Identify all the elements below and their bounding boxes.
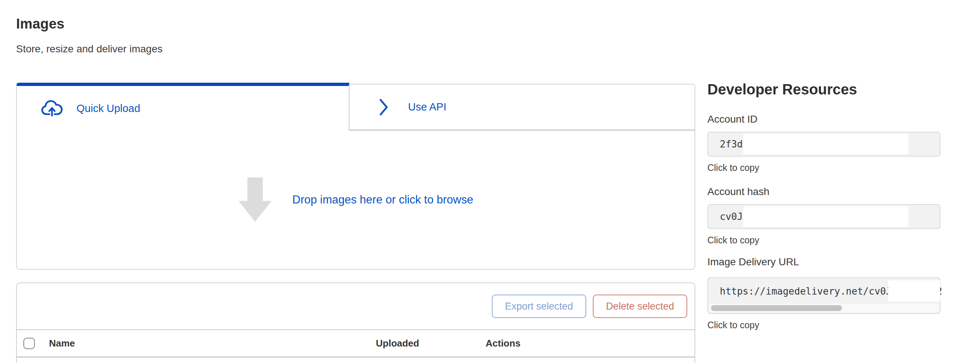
image-delivery-url-field[interactable]: https://imagedelivery.net/cv0JSj 2 — [707, 277, 940, 314]
account-hash-copy-hint: Click to copy — [707, 235, 759, 245]
main-column: Images Store, resize and deliver images … — [16, 0, 695, 363]
select-all-checkbox[interactable] — [24, 338, 35, 349]
cloud-upload-icon — [40, 99, 64, 118]
chevron-right-icon — [378, 97, 389, 117]
account-hash-value: cv0J — [720, 211, 743, 222]
tab-quick-upload[interactable]: Quick Upload — [16, 83, 350, 131]
developer-resources-heading: Developer Resources — [707, 81, 857, 98]
account-hash-redaction-overlay — [743, 206, 908, 227]
column-header-name: Name — [49, 338, 376, 349]
account-hash-label: Account hash — [707, 186, 770, 197]
tab-use-api[interactable]: Use API — [350, 84, 695, 131]
account-hash-field[interactable]: cv0J — [707, 204, 940, 229]
dropzone-label: Drop images here or click to browse — [293, 193, 473, 206]
export-selected-button[interactable]: Export selected — [492, 295, 586, 318]
delete-selected-button[interactable]: Delete selected — [593, 295, 687, 318]
image-delivery-url-redaction-overlay — [888, 280, 940, 301]
table-header-row: Name Uploaded Actions — [17, 330, 695, 358]
developer-resources-panel: Developer Resources Account ID 2f3d Clic… — [707, 0, 949, 363]
arrow-down-icon — [238, 177, 272, 222]
url-field-scrollbar-thumb[interactable] — [711, 305, 842, 311]
tab-use-api-label: Use API — [408, 101, 447, 113]
tab-quick-upload-label: Quick Upload — [76, 102, 140, 115]
column-header-uploaded: Uploaded — [376, 338, 485, 349]
account-id-redaction-overlay — [743, 134, 908, 154]
images-table-card: Export selected Delete selected Name Upl… — [16, 282, 695, 363]
account-id-copy-hint: Click to copy — [707, 162, 759, 173]
url-field-scrollbar-track — [709, 304, 939, 312]
image-dropzone[interactable]: Drop images here or click to browse — [16, 131, 695, 270]
column-header-actions: Actions — [485, 338, 695, 349]
upload-tabs: Quick Upload Use API — [16, 83, 695, 131]
image-delivery-url-value: https://imagedelivery.net/cv0JSj — [720, 286, 903, 297]
account-id-field[interactable]: 2f3d — [707, 132, 940, 157]
account-id-label: Account ID — [707, 113, 757, 125]
select-all-cell — [17, 338, 49, 349]
account-id-value: 2f3d — [720, 139, 743, 150]
page-subtitle: Store, resize and deliver images — [16, 43, 162, 55]
table-toolbar: Export selected Delete selected — [17, 283, 695, 330]
page-title: Images — [16, 16, 64, 32]
image-delivery-url-label: Image Delivery URL — [707, 256, 799, 268]
image-delivery-url-copy-hint: Click to copy — [707, 320, 759, 330]
